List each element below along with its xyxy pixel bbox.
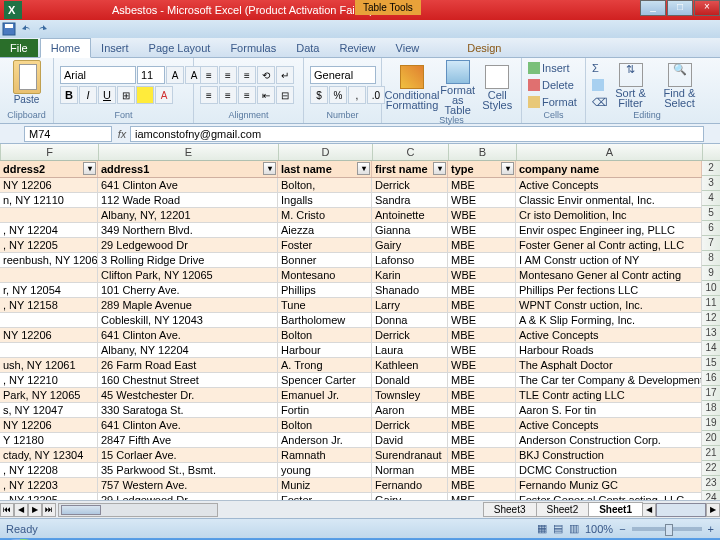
comma-icon[interactable]: , — [348, 86, 366, 104]
table-row[interactable]: Albany, NY, 12201M. CristoAntoinetteWBEC… — [0, 208, 720, 223]
filter-dropdown-icon[interactable]: ▾ — [501, 162, 514, 175]
table-row[interactable]: Albany, NY 12204HarbourLauraWBEHarbour R… — [0, 343, 720, 358]
sheet-nav-next[interactable]: ▶ — [28, 503, 42, 517]
header-type[interactable]: type▾ — [448, 161, 516, 177]
tab-insert[interactable]: Insert — [91, 39, 139, 57]
align-left-icon[interactable]: ≡ — [200, 86, 218, 104]
table-row[interactable]: Park, NY 1206545 Westchester Dr.Emanuel … — [0, 388, 720, 403]
wrap-text-icon[interactable]: ↵ — [276, 66, 294, 84]
hscroll-right[interactable]: ▶ — [706, 503, 720, 517]
column-headers[interactable]: F E D C B A — [0, 144, 720, 161]
formula-bar[interactable]: iamconstofny@gmail.com — [130, 126, 704, 142]
merge-icon[interactable]: ⊟ — [276, 86, 294, 104]
font-name-combo[interactable]: Arial — [60, 66, 136, 84]
zoom-out-button[interactable]: − — [619, 523, 625, 535]
header-firstname[interactable]: first name▾ — [372, 161, 448, 177]
header-company[interactable]: company name — [516, 161, 702, 177]
table-row[interactable]: , NY 1220835 Parkwood St., Bsmt.youngNor… — [0, 463, 720, 478]
filter-dropdown-icon[interactable]: ▾ — [357, 162, 370, 175]
tab-data[interactable]: Data — [286, 39, 329, 57]
hscroll-thumb[interactable] — [61, 505, 101, 515]
align-top-icon[interactable]: ≡ — [200, 66, 218, 84]
tab-pagelayout[interactable]: Page Layout — [139, 39, 221, 57]
table-row[interactable]: , NY 12210160 Chestnut StreetSpencer Car… — [0, 373, 720, 388]
font-size-combo[interactable]: 11 — [137, 66, 165, 84]
delete-cells-button[interactable]: Delete — [528, 77, 574, 93]
table-row[interactable]: n, NY 12110112 Wade RoadIngallsSandraWBE… — [0, 193, 720, 208]
zoom-in-button[interactable]: + — [708, 523, 714, 535]
tab-home[interactable]: Home — [40, 38, 91, 58]
find-select-button[interactable]: 🔍Find & Select — [657, 63, 702, 108]
header-address1[interactable]: address1▾ — [98, 161, 278, 177]
zoom-level[interactable]: 100% — [585, 523, 613, 535]
number-format-combo[interactable]: General — [310, 66, 376, 84]
table-row[interactable]: r, NY 12054101 Cherry Ave.PhillipsShanad… — [0, 283, 720, 298]
spreadsheet-grid[interactable]: F E D C B A ddress2▾ address1▾ last name… — [0, 144, 720, 518]
minimize-button[interactable]: _ — [640, 0, 666, 16]
undo-icon[interactable] — [19, 22, 33, 36]
tab-design[interactable]: Design — [457, 39, 511, 57]
bold-icon[interactable]: B — [60, 86, 78, 104]
indent-dec-icon[interactable]: ⇤ — [257, 86, 275, 104]
clear-button[interactable]: ⌫ — [592, 94, 604, 110]
table-row[interactable]: reenbush, NY 120613 Rolling Ridge DriveB… — [0, 253, 720, 268]
table-row[interactable]: Clifton Park, NY 12065MontesanoKarinWBEM… — [0, 268, 720, 283]
format-cells-button[interactable]: Format — [528, 94, 577, 110]
tab-formulas[interactable]: Formulas — [220, 39, 286, 57]
italic-icon[interactable]: I — [79, 86, 97, 104]
table-row[interactable]: ush, NY 1206126 Farm Road EastA. TrongKa… — [0, 358, 720, 373]
hscroll-thumb2[interactable] — [656, 503, 706, 517]
close-button[interactable]: × — [694, 0, 720, 16]
sheet-nav-last[interactable]: ⏭ — [42, 503, 56, 517]
table-row[interactable]: , NY 12203757 Western Ave.MunizFernandoM… — [0, 478, 720, 493]
paste-icon[interactable] — [13, 60, 41, 94]
autosum-button[interactable]: Σ — [592, 60, 604, 76]
filter-dropdown-icon[interactable]: ▾ — [263, 162, 276, 175]
table-row[interactable]: NY 12206641 Clinton Ave.BoltonDerrickMBE… — [0, 328, 720, 343]
tab-review[interactable]: Review — [329, 39, 385, 57]
format-as-table-button[interactable]: Format as Table — [440, 60, 476, 115]
redo-icon[interactable] — [36, 22, 50, 36]
hscroll-left[interactable]: ◀ — [642, 503, 656, 517]
fill-color-icon[interactable] — [136, 86, 154, 104]
maximize-button[interactable]: □ — [667, 0, 693, 16]
table-row[interactable]: Cobleskill, NY 12043BartholomewDonnaWBEA… — [0, 313, 720, 328]
conditional-formatting-button[interactable]: Conditional Formatting — [388, 65, 436, 110]
tab-view[interactable]: View — [386, 39, 430, 57]
row-numbers[interactable]: 2345678910111213141516171819202122232425… — [702, 161, 720, 518]
insert-cells-button[interactable]: Insert — [528, 60, 570, 76]
currency-icon[interactable]: $ — [310, 86, 328, 104]
fill-button[interactable] — [592, 77, 604, 93]
border-icon[interactable]: ⊞ — [117, 86, 135, 104]
name-box[interactable]: M74 — [24, 126, 112, 142]
align-mid-icon[interactable]: ≡ — [219, 66, 237, 84]
save-icon[interactable] — [2, 22, 16, 36]
table-row[interactable]: , NY 12158289 Maple AvenueTuneLarryMBEWP… — [0, 298, 720, 313]
header-address2[interactable]: ddress2▾ — [0, 161, 98, 177]
align-bot-icon[interactable]: ≡ — [238, 66, 256, 84]
underline-icon[interactable]: U — [98, 86, 116, 104]
table-row[interactable]: Y 121802847 Fifth AveAnderson Jr.DavidMB… — [0, 433, 720, 448]
table-row[interactable]: NY 12206641 Clinton AveBolton,DerrickMBE… — [0, 178, 720, 193]
sheet-nav-first[interactable]: ⏮ — [0, 503, 14, 517]
sheet-tab-1[interactable]: Sheet1 — [588, 502, 643, 517]
hscroll-track[interactable] — [58, 503, 218, 517]
grow-font-icon[interactable]: A — [166, 66, 184, 84]
table-row[interactable]: ctady, NY 1230415 Corlaer Ave.RamnathSur… — [0, 448, 720, 463]
percent-icon[interactable]: % — [329, 86, 347, 104]
cell-styles-button[interactable]: Cell Styles — [480, 65, 516, 110]
table-row[interactable]: s, NY 12047330 Saratoga St.FortinAaronMB… — [0, 403, 720, 418]
sort-filter-button[interactable]: ⇅Sort & Filter — [608, 63, 653, 108]
table-row[interactable]: , NY 12204349 Northern Blvd.AiezzaGianna… — [0, 223, 720, 238]
sheet-nav-prev[interactable]: ◀ — [14, 503, 28, 517]
view-break-icon[interactable]: ▥ — [569, 522, 579, 535]
tab-file[interactable]: File — [0, 39, 38, 57]
filter-dropdown-icon[interactable]: ▾ — [83, 162, 96, 175]
filter-dropdown-icon[interactable]: ▾ — [433, 162, 446, 175]
align-center-icon[interactable]: ≡ — [219, 86, 237, 104]
fx-icon[interactable]: fx — [114, 128, 130, 140]
table-row[interactable]: , NY 1220529 Ledgewood DrFosterGairyMBEF… — [0, 238, 720, 253]
sheet-tab-3[interactable]: Sheet3 — [483, 502, 537, 517]
zoom-slider[interactable] — [632, 527, 702, 531]
sheet-tab-2[interactable]: Sheet2 — [536, 502, 590, 517]
